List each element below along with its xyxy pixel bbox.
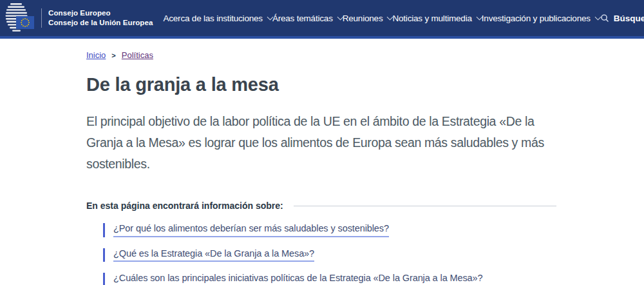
nav-item-label: Áreas temáticas (272, 14, 333, 23)
nav-item-research-publications[interactable]: Investigación y publicaciones (482, 14, 600, 23)
anchor-link-why-healthier-sustainable[interactable]: ¿Por qué los alimentos deberían ser más … (113, 224, 389, 237)
lead-paragraph: El principal objetivo de la labor políti… (86, 111, 556, 175)
on-this-page-section: En esta página encontrará información so… (86, 201, 556, 211)
anchor-link-what-is-strategy[interactable]: ¿Qué es la Estrategia «De la Granja a la… (113, 249, 314, 262)
horizontal-rule (294, 206, 556, 206)
on-this-page-label: En esta página encontrará información so… (86, 201, 283, 211)
nav-item-label: Investigación y publicaciones (482, 14, 591, 23)
eu-flag-icon (16, 16, 34, 29)
page-content: Inicio > Políticas De la granja a la mes… (0, 50, 644, 285)
anchor-link-main-policy-initiatives[interactable]: ¿Cuáles son las principales iniciativas … (113, 273, 483, 285)
breadcrumb: Inicio > Políticas (86, 50, 556, 60)
anchor-item: ¿Cuáles son las principales iniciativas … (103, 273, 556, 285)
site-title-line2: Consejo de la Unión Europea (48, 18, 153, 28)
nav-item-meetings[interactable]: Reuniones (343, 14, 393, 23)
search-label: Búsqueda (614, 14, 644, 23)
site-title-line1: Consejo Europeo (48, 8, 153, 18)
nav-item-topics[interactable]: Áreas temáticas (272, 14, 343, 23)
search-icon (600, 14, 609, 23)
nav-item-institutions[interactable]: Acerca de las instituciones (163, 14, 272, 23)
council-logo-link[interactable]: Consejo Europeo Consejo de la Unión Euro… (5, 3, 153, 34)
main-nav: Acerca de las instituciones Áreas temáti… (153, 14, 644, 23)
council-logo (5, 3, 35, 34)
nav-item-label: Acerca de las instituciones (163, 14, 262, 23)
site-title: Consejo Europeo Consejo de la Unión Euro… (48, 8, 153, 28)
top-navigation-bar: Consejo Europeo Consejo de la Unión Euro… (0, 0, 644, 39)
breadcrumb-separator: > (111, 52, 115, 59)
nav-item-label: Noticias y multimedia (392, 14, 471, 23)
on-page-anchor-links: ¿Por qué los alimentos deberían ser más … (103, 223, 556, 285)
breadcrumb-home-link[interactable]: Inicio (86, 50, 106, 60)
anchor-item: ¿Por qué los alimentos deberían ser más … (103, 223, 556, 237)
anchor-item: ¿Qué es la Estrategia «De la Granja a la… (103, 248, 556, 262)
search-button[interactable]: Búsqueda (600, 14, 644, 23)
nav-item-news-multimedia[interactable]: Noticias y multimedia (392, 14, 481, 23)
logo-divider (41, 8, 42, 28)
nav-item-label: Reuniones (343, 14, 383, 23)
breadcrumb-policies-link[interactable]: Políticas (122, 50, 153, 60)
page-title: De la granja a la mesa (86, 74, 556, 95)
